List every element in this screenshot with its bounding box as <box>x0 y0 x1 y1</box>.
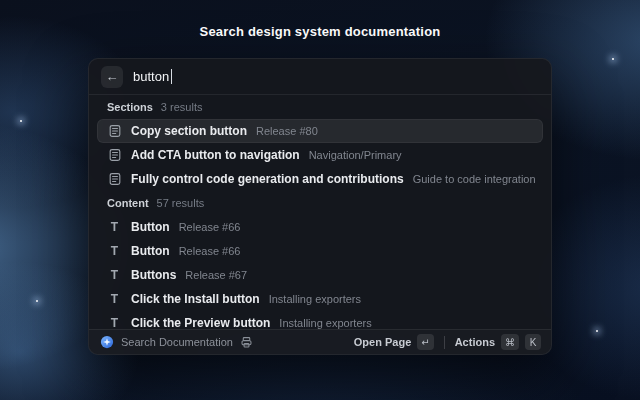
result-row[interactable]: Add CTA button to navigation Navigation/… <box>97 143 543 167</box>
actions-label: Actions <box>455 336 495 348</box>
result-title: Button <box>131 244 170 258</box>
result-row[interactable]: T Click the Install button Installing ex… <box>97 287 543 311</box>
k-key-icon: K <box>525 334 541 350</box>
result-title: Click the Preview button <box>131 316 270 329</box>
result-meta: Release #80 <box>256 125 318 137</box>
text-caret <box>171 69 172 84</box>
enter-key-icon: ↵ <box>417 334 433 350</box>
text-icon: T <box>107 268 122 282</box>
back-button[interactable]: ← <box>101 66 123 88</box>
cmd-key-icon: ⌘ <box>501 334 519 350</box>
search-bar: ← button <box>89 59 551 95</box>
result-row[interactable]: T Button Release #66 <box>97 215 543 239</box>
result-title: Add CTA button to navigation <box>131 148 300 162</box>
page-title: Search design system documentation <box>0 24 640 39</box>
result-title: Buttons <box>131 268 176 282</box>
arrow-left-icon: ← <box>106 70 119 83</box>
document-icon <box>107 148 122 162</box>
result-meta: Release #67 <box>185 269 247 281</box>
result-meta: Guide to code integration <box>413 173 536 185</box>
footer-divider <box>444 336 445 349</box>
bright-star <box>612 58 614 60</box>
group-title: Content <box>107 197 149 209</box>
result-row[interactable]: T Buttons Release #67 <box>97 263 543 287</box>
result-row[interactable]: Fully control code generation and contri… <box>97 167 543 191</box>
document-icon <box>107 172 122 186</box>
open-page-button[interactable]: Open Page ↵ <box>354 334 434 350</box>
search-input[interactable]: button <box>133 59 539 94</box>
result-title: Copy section button <box>131 124 247 138</box>
group-count: 3 results <box>161 101 203 113</box>
result-title: Button <box>131 220 170 234</box>
sections-group-header: Sections 3 results <box>89 95 551 119</box>
bright-star <box>36 300 38 302</box>
bright-star <box>596 330 598 332</box>
content-group-header: Content 57 results <box>89 191 551 215</box>
search-query-text: button <box>133 69 169 84</box>
result-row[interactable]: Copy section button Release #80 <box>97 119 543 143</box>
result-meta: Release #66 <box>179 221 241 233</box>
text-icon: T <box>107 292 122 306</box>
result-row[interactable]: T Click the Preview button Installing ex… <box>97 311 543 329</box>
text-icon: T <box>107 220 122 234</box>
search-modal: ← button Sections 3 results Copy section… <box>88 58 552 355</box>
result-meta: Installing exporters <box>269 293 361 305</box>
group-count: 57 results <box>157 197 205 209</box>
modal-footer: Search Documentation Open Page ↵ Actions… <box>89 329 551 354</box>
print-icon[interactable] <box>240 336 253 349</box>
open-page-label: Open Page <box>354 336 411 348</box>
brand-logo-icon <box>99 335 114 349</box>
group-title: Sections <box>107 101 153 113</box>
text-icon: T <box>107 316 122 329</box>
result-title: Click the Install button <box>131 292 260 306</box>
result-meta: Installing exporters <box>279 317 371 329</box>
result-meta: Release #66 <box>179 245 241 257</box>
result-meta: Navigation/Primary <box>309 149 402 161</box>
footer-brand-label: Search Documentation <box>121 336 233 348</box>
bright-star <box>20 120 22 122</box>
results-list: Sections 3 results Copy section button R… <box>89 95 551 329</box>
result-row[interactable]: T Button Release #66 <box>97 239 543 263</box>
document-icon <box>107 124 122 138</box>
result-title: Fully control code generation and contri… <box>131 172 404 186</box>
text-icon: T <box>107 244 122 258</box>
actions-button[interactable]: Actions ⌘ K <box>455 334 541 350</box>
